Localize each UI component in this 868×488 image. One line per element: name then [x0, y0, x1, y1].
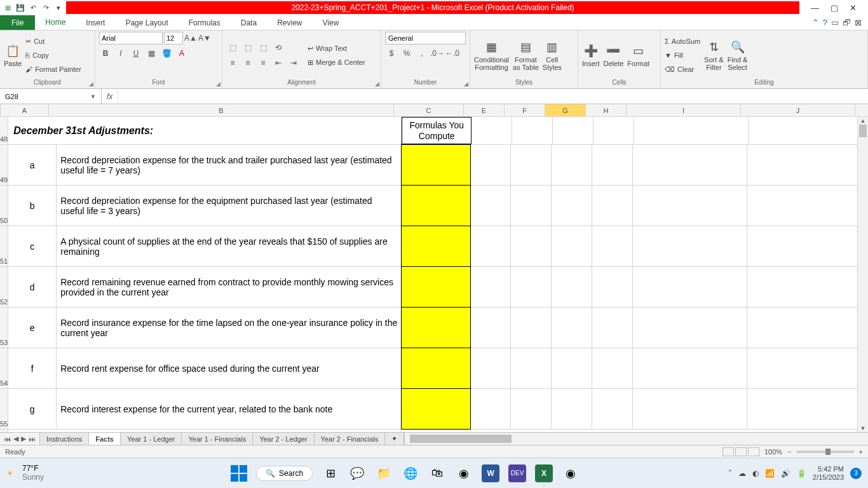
cell-F53[interactable]: [511, 308, 552, 348]
italic-button[interactable]: I: [114, 47, 127, 60]
vertical-scrollbar[interactable]: ▲ ▼: [857, 117, 868, 432]
tab-data[interactable]: Data: [231, 15, 267, 30]
dialog-launcher-icon[interactable]: ◢: [464, 81, 468, 87]
orientation-icon[interactable]: ⟲: [272, 41, 285, 54]
cell-I55[interactable]: [633, 389, 747, 429]
cell-F52[interactable]: [511, 267, 552, 307]
cell-I54[interactable]: [633, 348, 747, 388]
cell-B52[interactable]: Record remaining revenue earned from con…: [57, 267, 402, 307]
cell-E51[interactable]: [470, 226, 511, 266]
page-layout-view-icon[interactable]: [735, 447, 747, 456]
row-header[interactable]: 50: [0, 186, 8, 226]
align-bottom-icon[interactable]: ⬚: [257, 41, 269, 54]
cell-H50[interactable]: [592, 186, 633, 226]
prev-sheet-icon[interactable]: ◀: [13, 435, 18, 443]
cell-G50[interactable]: [552, 186, 592, 226]
tab-home[interactable]: Home: [35, 15, 76, 30]
sheet-tab-year-2-ledger[interactable]: Year 2 - Ledger: [253, 433, 314, 445]
maximize-button[interactable]: ▢: [831, 3, 838, 13]
cell-B48[interactable]: December 31st Adjustments:: [8, 117, 402, 144]
start-button[interactable]: [231, 465, 247, 482]
cell-H51[interactable]: [592, 226, 633, 266]
tray-app-icon[interactable]: ◐: [752, 469, 759, 478]
column-header-I[interactable]: I: [627, 104, 741, 116]
excel-taskbar-icon[interactable]: X: [535, 464, 553, 482]
file-tab[interactable]: File: [0, 15, 35, 30]
cell-B53[interactable]: Record insurance expense for the time la…: [57, 308, 402, 348]
cell-G49[interactable]: [552, 145, 592, 185]
chrome-icon[interactable]: ◉: [455, 464, 473, 482]
find-select-button[interactable]: 🔍Find & Select: [728, 39, 748, 71]
cell-F49[interactable]: [511, 145, 552, 185]
sheet-tab-year-2-financials[interactable]: Year 2 - Financials: [315, 433, 386, 445]
indent-decrease-icon[interactable]: ⇤: [272, 57, 285, 69]
cell-J53[interactable]: [747, 308, 862, 348]
autosum-button[interactable]: ΣAutoSum: [665, 35, 700, 48]
taskbar-clock[interactable]: 5:42 PM 2/15/2023: [813, 465, 844, 480]
redo-icon[interactable]: ↷: [41, 3, 51, 13]
close-button[interactable]: ✕: [850, 3, 857, 13]
cell-J49[interactable]: [747, 145, 862, 185]
underline-button[interactable]: U: [130, 47, 142, 60]
cell-C49[interactable]: [401, 144, 471, 186]
font-name-input[interactable]: [99, 32, 163, 44]
column-header-F[interactable]: F: [505, 104, 545, 116]
sort-filter-button[interactable]: ⇅Sort & Filter: [704, 39, 724, 71]
normal-view-icon[interactable]: [722, 447, 734, 456]
taskbar-search[interactable]: 🔍 Search: [256, 466, 313, 481]
align-middle-icon[interactable]: ⬚: [241, 41, 254, 54]
border-button[interactable]: ▦: [145, 47, 158, 60]
name-box[interactable]: G28 ▼: [0, 89, 102, 104]
currency-icon[interactable]: $: [385, 47, 398, 60]
column-header-G[interactable]: G: [545, 104, 586, 116]
chevron-down-icon[interactable]: ▼: [90, 93, 96, 100]
cell-I49[interactable]: [633, 145, 747, 185]
cell-E52[interactable]: [470, 267, 511, 307]
font-color-button[interactable]: A: [175, 47, 188, 60]
clear-button[interactable]: ⌫Clear: [665, 63, 700, 76]
cell-B50[interactable]: Record depreciation expense for the equi…: [57, 186, 402, 226]
cell-I52[interactable]: [633, 267, 747, 307]
formula-input[interactable]: [118, 89, 868, 104]
cell-H52[interactable]: [592, 267, 633, 307]
column-header-H[interactable]: H: [586, 104, 627, 116]
dialog-launcher-icon[interactable]: ◢: [216, 81, 220, 87]
dev-icon[interactable]: DEV: [508, 464, 526, 482]
column-header-E[interactable]: E: [464, 104, 505, 116]
cell-E55[interactable]: [470, 389, 511, 429]
row-header[interactable]: 54: [0, 348, 8, 389]
cell-G53[interactable]: [552, 308, 592, 348]
insert-cells-button[interactable]: ➕Insert: [582, 43, 600, 67]
cell-B54[interactable]: Record rent expense for office space use…: [57, 348, 402, 388]
cell-F54[interactable]: [511, 348, 552, 388]
page-break-view-icon[interactable]: [748, 447, 759, 456]
zoom-slider[interactable]: [797, 451, 854, 453]
increase-decimal-icon[interactable]: .0→: [431, 47, 444, 60]
onedrive-icon[interactable]: ☁: [738, 469, 746, 478]
zoom-in-icon[interactable]: +: [859, 448, 863, 456]
cell-F55[interactable]: [511, 389, 552, 429]
align-top-icon[interactable]: ⬚: [226, 41, 239, 54]
cell-F50[interactable]: [511, 186, 552, 226]
window-restore-icon[interactable]: ▭: [831, 18, 839, 27]
tray-chevron-icon[interactable]: ˄: [728, 469, 732, 478]
battery-icon[interactable]: 🔋: [797, 469, 806, 478]
number-format-input[interactable]: [385, 32, 466, 44]
file-explorer-icon[interactable]: 📁: [375, 464, 393, 482]
store-icon[interactable]: 🛍: [428, 464, 446, 482]
cell-G55[interactable]: [552, 389, 592, 429]
cell-I53[interactable]: [633, 308, 747, 348]
scroll-thumb[interactable]: [859, 125, 867, 137]
scroll-down-icon[interactable]: ▼: [858, 424, 868, 432]
cell-H53[interactable]: [592, 308, 633, 348]
scroll-up-icon[interactable]: ▲: [858, 117, 868, 125]
cell-A55[interactable]: g: [8, 389, 57, 429]
grow-font-icon[interactable]: A▲: [184, 32, 197, 44]
format-painter-button[interactable]: 🖌Format Painter: [25, 63, 81, 76]
volume-icon[interactable]: 🔊: [781, 469, 790, 478]
row-header[interactable]: 51: [0, 226, 8, 267]
weather-widget[interactable]: 77°F Sunny: [22, 464, 44, 481]
wrap-text-button[interactable]: ↩Wrap Text: [308, 42, 365, 55]
cell-F48[interactable]: [512, 117, 553, 144]
sheet-tab-facts[interactable]: Facts: [89, 433, 121, 445]
